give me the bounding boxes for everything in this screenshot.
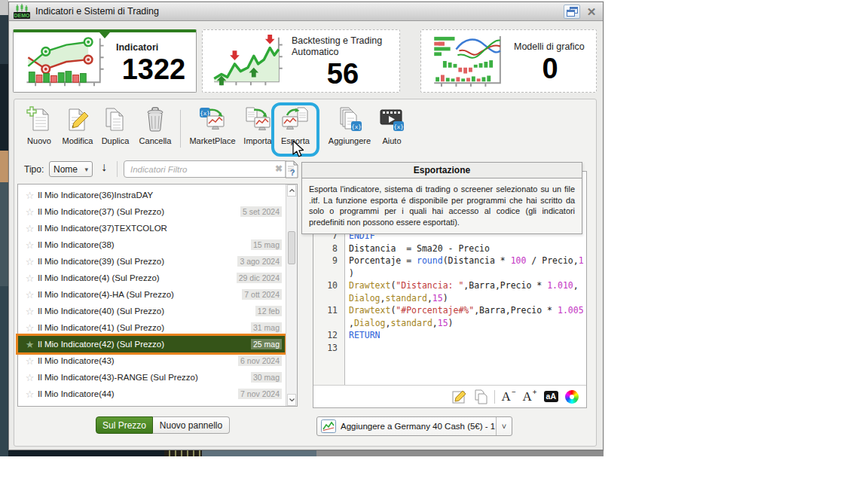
indicator-name: Il Mio Indicatore(37) (Sul Prezzo) [38,207,240,216]
tipo-label: Tipo: [24,164,44,175]
indicator-date: 15 mag [251,239,282,250]
indicator-name: Il Mio Indicatore(43) [38,356,238,365]
card-backtesting[interactable]: Backtesting e Trading Automatico 56 [202,29,400,93]
clear-search-icon[interactable]: ✖ [275,163,283,174]
card-count: 56 [327,59,359,90]
star-outline-icon[interactable]: ☆ [22,389,38,400]
line-number: 10 [313,280,342,293]
indicator-date: 12 feb [255,306,282,316]
marketplace-icon: {x} [198,105,227,134]
aiuto-button[interactable]: {x} Aiuto [376,105,408,154]
list-scrollbar[interactable] [286,185,297,406]
tooltip-title: Esportazione [302,163,582,178]
scroll-up-button[interactable] [287,185,296,197]
indicator-name: Il Mio Indicatore(37)TEXTCOLOR [38,224,285,233]
star-outline-icon[interactable]: ☆ [22,206,38,218]
svg-text:?: ? [290,168,295,177]
indicator-name: Il Mio Indicatore(4)-HA (Sul Prezzo) [38,290,242,299]
add-documents-icon: {x} [336,105,363,134]
sul-prezzo-button[interactable]: Sul Prezzo [96,416,153,434]
filter-help-icon[interactable]: ? [283,160,301,179]
dropdown-label: Aggiungere a Germany 40 Cash (5€) - 1 or… [341,422,496,431]
add-to-chart-dropdown[interactable]: Aggiungere a Germany 40 Cash (5€) - 1 or… [316,416,512,436]
scrollbar-thumb[interactable] [288,231,295,264]
star-outline-icon[interactable]: ☆ [22,223,38,234]
cancella-button[interactable]: Cancella [135,105,176,154]
aggiungere-button[interactable]: {x} Aggiungere [323,105,376,154]
minus-icon: − [512,388,516,396]
marketplace-button[interactable]: {x} MarketPlace [184,105,241,154]
list-item[interactable]: ☆Il Mio Indicatore(43)6 nov 2024 [18,352,285,369]
indicator-date: 6 nov 2024 [238,355,282,366]
font-case-toggle[interactable]: aA [544,391,558,402]
line-number: 11 [313,305,342,318]
tipo-select-value: Nome [53,164,78,175]
titlebar[interactable]: DEMO Indicatori e Sistemi di Trading ✕ [9,2,603,21]
star-outline-icon[interactable]: ☆ [22,190,38,201]
list-item[interactable]: ☆Il Mio Indicatore(4) (Sul Prezzo)29 dic… [18,270,285,286]
import-icon [243,105,272,134]
background-photo-fragment [202,450,316,456]
demo-app-icon: DEMO [14,4,30,20]
list-item[interactable]: ☆Il Mio Indicatore(38)15 mag [18,236,285,253]
search-input[interactable] [124,160,288,178]
indicator-date: 7 ott 2024 [242,289,282,300]
scroll-down-button[interactable] [287,394,296,406]
star-outline-icon[interactable]: ☆ [22,355,38,367]
list-item[interactable]: ☆Il Mio Indicatore(39) (Sul Prezzo)3 ago… [18,253,285,270]
duplica-button[interactable]: Duplica [97,105,133,154]
list-item[interactable]: ☆Il Mio Indicatore(4)-HA (Sul Prezzo)7 o… [18,286,285,303]
screen: DEMO Indicatori e Sistemi di Trading ✕ [0,0,868,488]
star-outline-icon[interactable]: ☆ [22,239,38,251]
star-outline-icon[interactable]: ☆ [22,372,38,383]
font-decrease-button[interactable]: A− [502,389,516,404]
window-title: Indicatori e Sistemi di Trading [35,6,159,17]
importa-button[interactable]: Importa [240,105,275,154]
star-filled-icon[interactable]: ★ [22,339,38,350]
close-icon: ✕ [587,5,597,19]
nuovo-pannello-button[interactable]: Nuovo pannello [153,416,230,434]
indicator-list: ☆Il Mio Indicatore(36)InstraDAY☆Il Mio I… [17,184,298,407]
indicator-name: Il Mio Indicatore(36)InstraDAY [38,191,285,200]
font-increase-button[interactable]: A+ [523,389,537,404]
scroll-down-icon [289,398,295,402]
indicator-name: Il Mio Indicatore(4) (Sul Prezzo) [38,273,237,282]
sort-descending-icon[interactable]: ↓ [101,160,107,174]
indicator-date: 30 mag [251,372,282,383]
list-item[interactable]: ☆Il Mio Indicatore(37) (Sul Prezzo)5 set… [18,203,285,220]
card-indicatori[interactable]: Indicatori 1322 [13,29,197,93]
nuovo-button[interactable]: Nuovo [22,105,57,154]
list-item[interactable]: ☆Il Mio Indicatore(36)InstraDAY [18,187,285,203]
star-outline-icon[interactable]: ☆ [22,306,38,317]
close-button[interactable]: ✕ [585,5,598,19]
star-outline-icon[interactable]: ☆ [22,289,38,300]
edit-code-icon[interactable] [452,389,467,404]
line-number: 8 [313,243,342,256]
main-panel: Nuovo Modifica Dupl [14,99,597,447]
code-line: 9Porcentaje = round(Distancia * 100 / Pr… [313,255,586,268]
code-line: 10Drawtext("Distancia: ",Barra,Precio * … [313,280,586,293]
modifica-button[interactable]: Modifica [57,105,98,154]
copy-code-icon[interactable] [474,389,487,404]
color-wheel-icon[interactable] [565,390,579,404]
list-item[interactable]: ☆Il Mio Indicatore(44)7 nov 2024 [18,386,285,402]
star-outline-icon[interactable]: ☆ [22,256,38,267]
line-number: 9 [313,255,342,268]
card-modelli[interactable]: Modelli di grafico 0 [420,29,597,93]
tipo-select[interactable]: Nome ▾ [49,161,93,177]
star-outline-icon[interactable]: ☆ [22,273,38,284]
background-window-strip [0,0,8,456]
card-count: 1322 [122,55,186,85]
list-item[interactable]: ☆Il Mio Indicatore(37)TEXTCOLOR [18,220,285,236]
chevron-down-icon: ▾ [84,166,88,173]
list-item[interactable]: ☆Il Mio Indicatore(43)-RANGE (Sul Prezzo… [18,369,285,386]
dropdown-chevron[interactable]: ˅ [496,417,512,435]
code-line: 11Drawtext("#Porcentaje#%",Barra,Precio … [313,305,586,318]
code-line: 13 [313,343,586,355]
list-item[interactable]: ☆Il Mio Indicatore(40) (Sul Prezzo)12 fe… [18,303,285,319]
star-outline-icon[interactable]: ☆ [22,322,38,334]
restore-window-button[interactable] [564,5,580,19]
code-line: 8Distancia = Sma20 - Precio [313,243,586,256]
list-item[interactable]: ★Il Mio Indicatore(42) (Sul Prezzo)25 ma… [18,336,285,352]
list-item[interactable]: ☆Il Mio Indicatore(41) (Sul Prezzo)31 ma… [18,319,285,336]
